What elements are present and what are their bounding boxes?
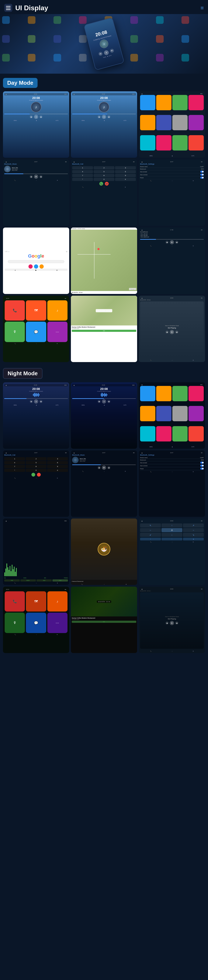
nav-down-right[interactable]: ↘	[183, 533, 204, 537]
nav-right[interactable]: →	[183, 528, 204, 532]
key-0[interactable]: 0	[94, 178, 114, 181]
night-app-8[interactable]	[189, 406, 204, 421]
night-np-next[interactable]: ⏭	[175, 622, 178, 625]
night-bt-next[interactable]: ⏭	[107, 466, 110, 469]
track-item-2[interactable]: • 华乐_200.mp3	[140, 235, 204, 236]
np-play[interactable]: ▶	[170, 330, 174, 334]
eq-btn-4[interactable]: FLAT	[52, 579, 68, 582]
night-app-6[interactable]	[156, 406, 172, 421]
nav-icon[interactable]: ≡	[200, 5, 204, 11]
prev-2[interactable]: ⏮	[98, 115, 101, 118]
key-3[interactable]: 3	[115, 166, 136, 169]
night-app-12[interactable]	[189, 426, 204, 441]
google-search-bar[interactable]	[8, 260, 64, 263]
night-np-play[interactable]: ▶	[170, 621, 174, 625]
night-prev-1[interactable]: ⏮	[30, 400, 33, 403]
night-key-6[interactable]: 6	[47, 461, 68, 464]
night-carplay-music[interactable]: ♪	[47, 591, 68, 611]
night-carplay-maps[interactable]: 🗺	[26, 591, 46, 611]
carplay-phone-icon[interactable]: 📞	[5, 300, 25, 321]
social-play[interactable]: ▶	[170, 240, 174, 244]
night-np-prev[interactable]: ⏮	[165, 622, 169, 625]
toggle-auto-connect[interactable]	[200, 174, 204, 176]
carplay-maps-icon[interactable]: 🗺	[26, 300, 46, 321]
night-coffee-go[interactable]: GO	[72, 621, 136, 623]
app-icon-9[interactable]	[140, 135, 155, 151]
nav-up[interactable]: ↑	[162, 523, 182, 527]
key-8[interactable]: 8	[94, 174, 114, 177]
shortcut-3[interactable]	[39, 264, 44, 269]
night-toggle-auto-answer[interactable]	[200, 462, 204, 464]
night-carplay-phone[interactable]: 📞	[5, 591, 25, 611]
night-key-8[interactable]: 8	[26, 465, 46, 468]
shortcut-1[interactable]	[28, 264, 33, 269]
app-icon-7[interactable]	[172, 115, 188, 130]
bt-play[interactable]: ▶	[34, 175, 38, 179]
key-6[interactable]: 6	[115, 170, 136, 173]
night-app-5[interactable]	[140, 406, 155, 421]
night-key-5[interactable]: 5	[26, 461, 46, 464]
key-4[interactable]: 4	[72, 170, 93, 173]
night-key-1[interactable]: 1	[4, 457, 25, 460]
night-key-3[interactable]: 3	[47, 457, 68, 460]
shortcut-2[interactable]	[34, 264, 38, 269]
app-icon-6[interactable]	[156, 115, 172, 130]
nav-up-right[interactable]: ↗	[183, 523, 204, 527]
eq-btn-2[interactable]: ROCK	[20, 579, 36, 582]
night-bt-play[interactable]: ▶	[102, 466, 106, 470]
night-play-2[interactable]: ⏸	[102, 399, 106, 404]
key-2[interactable]: 2	[94, 166, 114, 169]
carplay-msg-icon[interactable]: 💬	[26, 321, 46, 342]
nav-left[interactable]: ←	[140, 528, 161, 532]
app-icon-3[interactable]	[172, 95, 188, 110]
prev-1[interactable]: ⏮	[30, 115, 33, 118]
key-9[interactable]: 9	[115, 174, 136, 177]
coffee-go-btn[interactable]: GO	[72, 330, 136, 332]
eq-btn-1[interactable]: POP	[4, 579, 20, 582]
carplay-music-icon[interactable]: ♪	[47, 300, 68, 321]
key-1[interactable]: 1	[72, 166, 93, 169]
app-icon-11[interactable]	[172, 135, 188, 151]
night-key-2[interactable]: 2	[26, 457, 46, 460]
key-5[interactable]: 5	[94, 170, 114, 173]
call-answer-btn[interactable]: 📞	[99, 182, 103, 186]
nav-up-left[interactable]: ↖	[140, 523, 161, 527]
night-toggle-power[interactable]	[200, 468, 204, 469]
nav-down[interactable]: ↓	[162, 533, 182, 537]
social-next[interactable]: ⏭	[175, 241, 178, 244]
night-next-1[interactable]: ⏭	[39, 400, 43, 403]
np-prev[interactable]: ⏮	[165, 331, 169, 334]
night-app-1[interactable]	[140, 386, 155, 401]
night-key-0[interactable]: 0	[26, 469, 46, 472]
toggle-power[interactable]	[200, 177, 204, 178]
night-key-7[interactable]: 7	[4, 465, 25, 468]
night-app-7[interactable]	[172, 406, 188, 421]
night-bt-prev[interactable]: ⏮	[98, 466, 101, 469]
night-answer-btn[interactable]	[32, 473, 35, 477]
track-item-3[interactable]: • 华乐_试听样.mp3	[140, 236, 204, 238]
nav-center[interactable]: ⊙	[162, 528, 182, 532]
night-carplay-more[interactable]: ⋯	[47, 612, 68, 633]
night-play-1[interactable]: ⏸	[34, 399, 38, 404]
app-icon-10[interactable]	[156, 135, 172, 151]
night-app-3[interactable]	[172, 386, 188, 401]
app-icon-5[interactable]	[140, 115, 155, 130]
night-next-2[interactable]: ⏭	[107, 400, 110, 403]
night-key-9[interactable]: 9	[47, 465, 68, 468]
bt-prev[interactable]: ⏮	[30, 175, 33, 178]
app-icon-2[interactable]	[156, 95, 172, 110]
app-icon-12[interactable]	[189, 135, 204, 151]
key-star[interactable]: *	[72, 178, 93, 181]
nav-locate[interactable]: ⊕	[183, 538, 204, 541]
nav-down-left[interactable]: ↙	[140, 533, 161, 537]
night-key-4[interactable]: 4	[4, 461, 25, 464]
key-7[interactable]: 7	[72, 174, 93, 177]
np-next[interactable]: ⏭	[175, 331, 178, 334]
night-toggle-auto-connect[interactable]	[200, 465, 204, 466]
night-key-star2[interactable]: *	[4, 469, 25, 472]
key-hash[interactable]: #	[115, 178, 136, 181]
night-carplay-msg[interactable]: 💬	[26, 612, 46, 633]
night-app-10[interactable]	[156, 426, 172, 441]
night-app-4[interactable]	[189, 386, 204, 401]
night-carplay-podcast[interactable]: 🎙	[5, 612, 25, 633]
